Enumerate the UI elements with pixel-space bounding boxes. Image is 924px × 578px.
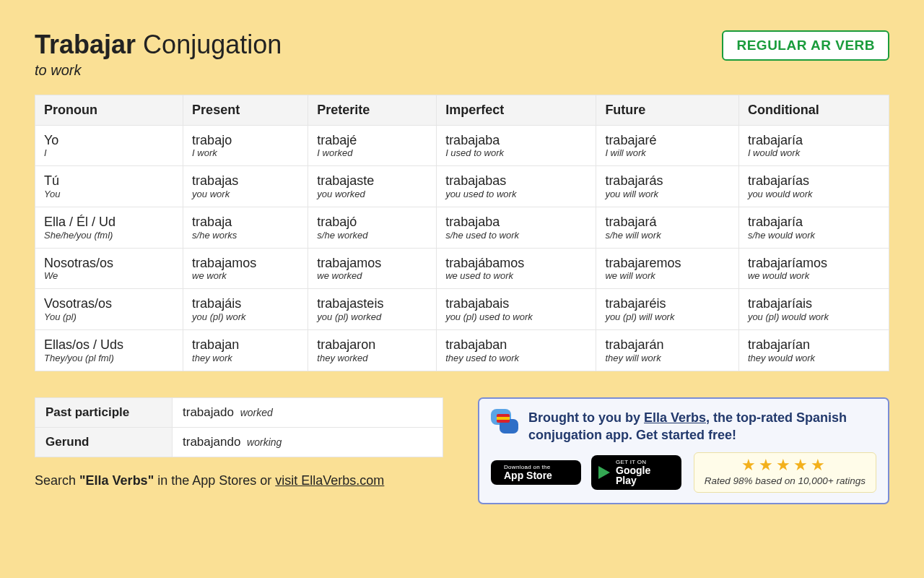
- verb-type-badge: REGULAR AR VERB: [722, 30, 889, 61]
- cell-preterite: trabajós/he worked: [308, 207, 437, 248]
- cell-present: trabajamoswe work: [183, 248, 308, 289]
- cell-imperfect: trabajabaisyou (pl) used to work: [437, 289, 596, 330]
- conjugation-table: PronounPresentPreteriteImperfectFutureCo…: [35, 95, 889, 371]
- cell-conditional: trabajaríamoswe would work: [738, 248, 889, 289]
- rating-box: ★★★★★ Rated 98% based on 10,000+ ratings: [694, 452, 876, 493]
- promo-text: Brought to you by Ella Verbs, the top-ra…: [528, 409, 876, 444]
- col-header: Imperfect: [437, 95, 596, 125]
- promo-box: Brought to you by Ella Verbs, the top-ra…: [478, 397, 889, 505]
- past-participle-label: Past participle: [35, 397, 173, 427]
- table-row: YoItrabajoI worktrabajéI workedtrabajaba…: [35, 125, 889, 166]
- table-row: Vosotras/osYou (pl)trabajáisyou (pl) wor…: [35, 289, 889, 330]
- search-line: Search "Ella Verbs" in the App Stores or…: [35, 473, 443, 488]
- cell-present: trabajasyou work: [183, 166, 308, 207]
- table-row: Ellas/os / UdsThey/you (pl fml)trabajant…: [35, 330, 889, 371]
- cell-conditional: trabajaríasyou would work: [738, 166, 889, 207]
- table-row: Nosotras/osWetrabajamoswe worktrabajamos…: [35, 248, 889, 289]
- col-header: Conditional: [738, 95, 889, 125]
- past-participle-value: trabajado worked: [173, 397, 443, 427]
- gerund-label: Gerund: [35, 427, 173, 457]
- cell-future: trabajaránthey will work: [596, 330, 739, 371]
- cell-pronoun: Nosotras/osWe: [35, 248, 183, 289]
- cell-imperfect: trabajabas/he used to work: [437, 207, 596, 248]
- cell-pronoun: Vosotras/osYou (pl): [35, 289, 183, 330]
- googleplay-badge[interactable]: GET IT ON Google Play: [591, 455, 681, 490]
- col-header: Pronoun: [35, 95, 183, 125]
- cell-conditional: trabajarías/he would work: [738, 207, 889, 248]
- visit-link[interactable]: visit EllaVerbs.com: [275, 473, 384, 488]
- cell-preterite: trabajamoswe worked: [308, 248, 437, 289]
- cell-conditional: trabajaríanthey would work: [738, 330, 889, 371]
- cell-conditional: trabajaríaI would work: [738, 125, 889, 166]
- play-icon: [598, 466, 610, 479]
- gerund-value: trabajando working: [173, 427, 443, 457]
- cell-pronoun: Ella / Él / UdShe/he/you (fml): [35, 207, 183, 248]
- cell-present: trabajoI work: [183, 125, 308, 166]
- cell-present: trabajas/he works: [183, 207, 308, 248]
- ellaverbs-logo-icon: [491, 409, 518, 434]
- participles-table: Past participle trabajado worked Gerund …: [35, 397, 443, 457]
- cell-preterite: trabajasteyou worked: [308, 166, 437, 207]
- stars-icon: ★★★★★: [705, 457, 866, 473]
- verb-name: Trabajar: [35, 30, 136, 59]
- cell-future: trabajarás/he will work: [596, 207, 739, 248]
- cell-present: trabajáisyou (pl) work: [183, 289, 308, 330]
- cell-preterite: trabajasteisyou (pl) worked: [308, 289, 437, 330]
- cell-preterite: trabajaronthey worked: [308, 330, 437, 371]
- cell-imperfect: trabajabanthey used to work: [437, 330, 596, 371]
- table-row: TúYoutrabajasyou worktrabajasteyou worke…: [35, 166, 889, 207]
- appstore-badge[interactable]: Download on the App Store: [491, 460, 581, 485]
- col-header: Preterite: [308, 95, 437, 125]
- rating-caption: Rated 98% based on 10,000+ ratings: [705, 475, 866, 486]
- brand-link[interactable]: Ella Verbs: [644, 410, 706, 425]
- cell-conditional: trabajaríaisyou (pl) would work: [738, 289, 889, 330]
- page-title: Trabajar Conjugation: [35, 30, 282, 59]
- cell-future: trabajaréI will work: [596, 125, 739, 166]
- col-header: Future: [596, 95, 739, 125]
- cell-future: trabajaréisyou (pl) will work: [596, 289, 739, 330]
- cell-future: trabajaremoswe will work: [596, 248, 739, 289]
- cell-pronoun: YoI: [35, 125, 183, 166]
- verb-translation: to work: [35, 62, 282, 79]
- cell-imperfect: trabajabasyou used to work: [437, 166, 596, 207]
- cell-imperfect: trabajabaI used to work: [437, 125, 596, 166]
- cell-pronoun: TúYou: [35, 166, 183, 207]
- cell-future: trabajarásyou will work: [596, 166, 739, 207]
- cell-preterite: trabajéI worked: [308, 125, 437, 166]
- cell-imperfect: trabajábamoswe used to work: [437, 248, 596, 289]
- title-suffix: Conjugation: [143, 30, 282, 59]
- cell-pronoun: Ellas/os / UdsThey/you (pl fml): [35, 330, 183, 371]
- cell-present: trabajanthey work: [183, 330, 308, 371]
- table-row: Ella / Él / UdShe/he/you (fml)trabajas/h…: [35, 207, 889, 248]
- col-header: Present: [183, 95, 308, 125]
